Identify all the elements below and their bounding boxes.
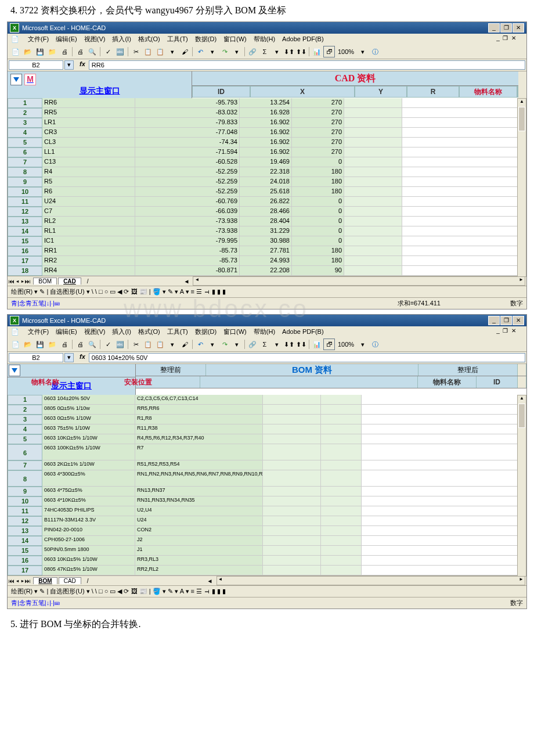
table-row[interactable]: 18RR4-80.87122.20890 xyxy=(8,266,526,276)
drawing-toolbar[interactable]: 绘图(R) ▾ ✎ | 自选图形(U) ▾ \ \ □ ○ ▭ ◀ ⟳ 🖼 📰 … xyxy=(8,286,526,297)
formula-bar-row: B2 ▾ fx 0603 104±20% 50V xyxy=(8,352,526,364)
table-row[interactable]: 170805 47KΩ±5% 1/10WRR2,RL2 xyxy=(8,566,526,575)
title-text: Microsoft Excel - HOME-CAD xyxy=(22,317,106,324)
table-row[interactable]: 17RR2-85.7324.993180 xyxy=(8,256,526,266)
window-buttons[interactable]: _❐✕ xyxy=(488,23,524,33)
table-row[interactable]: 40603 75±5% 1/10WR11,R38 xyxy=(8,424,526,434)
table-row[interactable]: 13RL2-73.93828.4040 xyxy=(8,217,526,226)
sheet-tabs[interactable]: ⏮ ◀ ▶ ⏭ BOM CAD / ◄ xyxy=(8,276,526,286)
namebox-dropdown[interactable]: ▾ xyxy=(64,60,74,70)
table-row[interactable]: 10R6-52.25925.618180 xyxy=(8,187,526,197)
table-row[interactable]: 20805 0Ω±5% 1/10wRR5,RR6 xyxy=(8,405,526,415)
table-row[interactable]: 30603 0Ω±5% 1/10WR1,R8 xyxy=(8,415,526,424)
excel-window-cad: X Microsoft Excel - HOME-CAD _❐✕ 📄 文件(F)… xyxy=(7,21,527,309)
table-row[interactable]: 80603 4*300Ω±5%RN1,RN2,RN3,RN4,RN5,RN6,R… xyxy=(8,470,526,487)
title-text: Microsoft Excel - HOME-CAD xyxy=(22,24,106,31)
num-indicator: 数字 xyxy=(510,599,523,607)
doc-text-5: 5. 进行 BOM 与坐标的合并转换. xyxy=(0,614,534,635)
table-row[interactable]: 4CR3-77.04816.902270 xyxy=(8,128,526,138)
vertical-scrollbar[interactable] xyxy=(517,98,526,277)
table-row[interactable]: 14RL1-73.93831.2290 xyxy=(8,226,526,236)
name-box[interactable]: B2 xyxy=(9,353,63,362)
table-row[interactable]: 60603 100KΩ±5% 1/10WR7 xyxy=(8,444,526,460)
table-row[interactable]: 16RR1-85.7327.781180 xyxy=(8,246,526,256)
ime-indicator: 青|念青五笔|↓|⸱|⌨ xyxy=(11,299,60,308)
dropdown-trigger[interactable] xyxy=(9,365,20,376)
menubar[interactable]: 📄 文件(F)编辑(E)视图(V)插入(I)格式(O)工具(T)数据(D)窗口(… xyxy=(8,326,526,337)
table-row[interactable]: 14CPH050-27-1006J2 xyxy=(8,536,526,546)
fx-label[interactable]: fx xyxy=(77,59,88,71)
num-indicator: 数字 xyxy=(510,299,523,308)
table-row[interactable]: 8R4-52.25922.318180 xyxy=(8,167,526,177)
table-row[interactable]: 1550PIN/0.5mm 1800J1 xyxy=(8,546,526,556)
table-row[interactable]: 6LL1-71.59416.902270 xyxy=(8,147,526,157)
sheet-tabs[interactable]: ⏮ ◀ ▶ ⏭ BOM CAD / ◄ xyxy=(8,575,526,585)
table-row[interactable]: 160603 10KΩ±5% 1/10WRR3,RL3 xyxy=(8,556,526,566)
standard-toolbar[interactable]: 📄📂💾📁🖨🖨🔍✓🔤✂📋📋▾🖌↶▾↷▾🔗Σ▾⬇⬆⬆⬇📊🗗100%▾ⓘ xyxy=(8,45,526,59)
titlebar: X Microsoft Excel - HOME-CAD _❐✕ xyxy=(8,315,526,326)
table-row[interactable]: 10603 104±20% 50VC2,C3,C5,C6,C7,C13,C14 xyxy=(8,395,526,405)
namebox-dropdown[interactable]: ▾ xyxy=(64,353,74,362)
table-row[interactable]: 50603 10KΩ±5% 1/10WR4,R5,R6,R12,R34,R37,… xyxy=(8,434,526,444)
table-row[interactable]: 12C7-66.03928.4660 xyxy=(8,207,526,217)
cad-title: CAD 资料 xyxy=(192,71,518,86)
show-main-window-link[interactable]: M 显示主窗口 xyxy=(8,71,192,98)
status-bar: 青|念青五笔|↓|⸱|⌨ 求和=6741.411 数字 xyxy=(8,297,526,309)
table-row[interactable]: 7C13-60.52819.4690 xyxy=(8,157,526,167)
autosum: 求和=6741.411 xyxy=(398,299,441,308)
excel-icon: X xyxy=(10,316,19,325)
window-buttons[interactable]: _❐✕ xyxy=(488,316,524,325)
fx-label[interactable]: fx xyxy=(77,352,88,363)
table-row[interactable]: 11U24-60.76926.8220 xyxy=(8,197,526,207)
formula-bar[interactable]: 0603 104±20% 50V xyxy=(89,353,525,362)
doc-text-4: 4. 3722 资料交换积分，会员代号 wangyu4967 分别导入 BOM … xyxy=(0,0,534,21)
table-row[interactable]: 70603 2KΩ±1% 1/10WR51,R52,R53,R54 xyxy=(8,460,526,470)
vertical-scrollbar[interactable] xyxy=(517,395,526,577)
horizontal-scrollbar[interactable] xyxy=(217,576,526,585)
excel-icon: X xyxy=(10,23,19,33)
table-row[interactable]: 100603 4*10KΩ±5%RN31,RN33,RN34,RN35 xyxy=(8,496,526,506)
table-row[interactable]: 13PIN042-20-0010CON2 xyxy=(8,526,526,536)
dropdown-trigger[interactable] xyxy=(10,74,22,85)
table-row[interactable]: 5CL3-74.3416.902270 xyxy=(8,138,526,147)
menubar[interactable]: 📄 文件(F)编辑(E)视图(V)插入(I)格式(O)工具(T)数据(D)窗口(… xyxy=(8,34,526,45)
table-row[interactable]: 2RR5-83.03216.928270 xyxy=(8,108,526,118)
column-headers: ID X Y R 物料名称 xyxy=(192,86,518,98)
hdr-after: 整理后 xyxy=(418,364,518,376)
status-bar: 青|念青五笔|↓|⸱|⌨ 数字 xyxy=(8,597,526,609)
m-button[interactable]: M xyxy=(24,74,36,85)
table-row[interactable]: 1174HC4053D PHILIPSU2,U4 xyxy=(8,506,526,516)
hdr-before: 整理前 xyxy=(136,364,206,376)
tab-bom[interactable]: BOM xyxy=(33,577,57,584)
ime-indicator: 青|念青五笔|↓|⸱|⌨ xyxy=(11,599,60,607)
tab-bom[interactable]: BOM xyxy=(33,278,57,285)
name-box[interactable]: B2 xyxy=(9,60,63,70)
table-row[interactable]: 1RR6-95.79313.254270 xyxy=(8,98,526,108)
tab-cad[interactable]: CAD xyxy=(59,577,81,584)
formula-bar-row: B2 ▾ fx RR6 xyxy=(8,59,526,71)
cad-data-grid[interactable]: 1RR6-95.79313.2542702RR5-83.03216.928270… xyxy=(8,98,526,276)
bom-data-grid[interactable]: 10603 104±20% 50VC2,C3,C5,C6,C7,C13,C142… xyxy=(8,395,526,575)
formula-bar[interactable]: RR6 xyxy=(89,60,525,70)
table-row[interactable]: 15IC1-79.99530.9880 xyxy=(8,236,526,246)
table-row[interactable]: 12B1117N-33M142 3.3VU24 xyxy=(8,516,526,526)
excel-window-bom: X Microsoft Excel - HOME-CAD _❐✕ 📄 文件(F)… xyxy=(7,314,527,609)
bom-title: BOM 资料 xyxy=(206,364,418,376)
table-row[interactable]: 3LR1-79.83316.902270 xyxy=(8,118,526,128)
table-row[interactable]: 9R5-52.25924.018180 xyxy=(8,177,526,187)
table-row[interactable]: 90603 4*75Ω±5%RN13,RN37 xyxy=(8,487,526,496)
titlebar: X Microsoft Excel - HOME-CAD _❐✕ xyxy=(8,22,526,34)
tab-cad[interactable]: CAD xyxy=(58,278,81,285)
standard-toolbar[interactable]: 📄📂💾📁🖨🖨🔍✓🔤✂📋📋▾🖌↶▾↷▾🔗Σ▾⬇⬆⬆⬇📊🗗100%▾ⓘ xyxy=(8,337,526,352)
drawing-toolbar[interactable]: 绘图(R) ▾ ✎ | 自选图形(U) ▾ \ \ □ ○ ▭ ◀ ⟳ 🖼 📰 … xyxy=(8,585,526,597)
horizontal-scrollbar[interactable] xyxy=(193,276,525,286)
